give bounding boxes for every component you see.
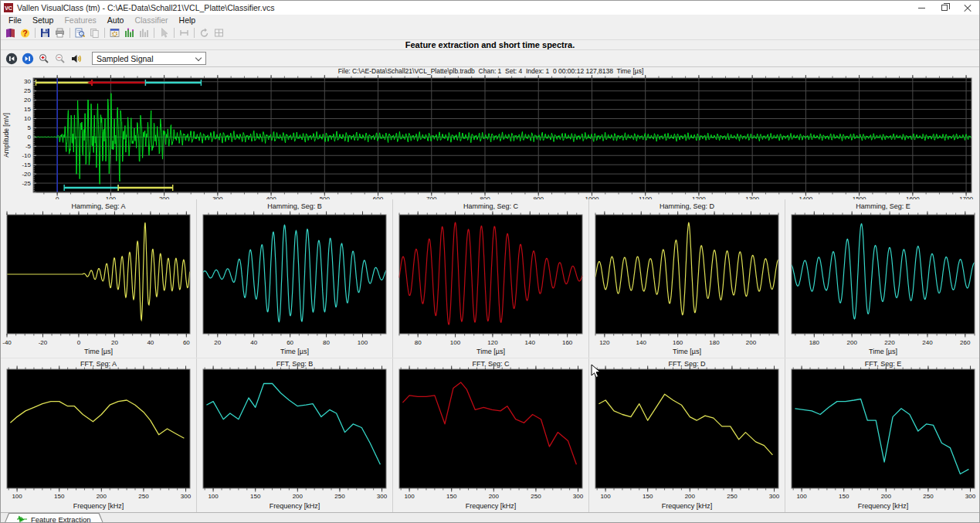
svg-text:20: 20 (214, 339, 221, 346)
chart-hamC[interactable]: Hamming, Seg: C80100120140160Time [µs] (393, 199, 588, 358)
svg-text:Frequency [kHz]: Frequency [kHz] (73, 502, 124, 510)
svg-text:FFT, Seg: D: FFT, Seg: D (668, 360, 706, 368)
svg-text:-10: -10 (22, 152, 31, 159)
svg-text:-40: -40 (2, 339, 12, 346)
zoom-in-icon (38, 53, 50, 65)
menu-setup[interactable]: Setup (27, 15, 59, 25)
svg-text:Hamming, Seg: D: Hamming, Seg: D (660, 202, 715, 210)
file-info-line: File: C:\AE-Data\Schall21\VCL_Platte\plb… (1, 67, 980, 75)
svg-text:-20: -20 (39, 339, 48, 346)
zoom-out-button[interactable] (53, 51, 67, 66)
chart-fftB[interactable]: FFT, Seg: B100150200250300Frequency [kHz… (197, 358, 392, 513)
svg-text:?: ? (22, 28, 27, 37)
panel-hamD: Hamming, Seg: D120140160180200Time [µs] (589, 199, 785, 358)
context-help-button[interactable]: ? (18, 26, 32, 39)
chevron-down-icon (195, 55, 202, 61)
menu-help[interactable]: Help (174, 15, 202, 25)
menu-file[interactable]: File (3, 15, 27, 25)
chart-fftE[interactable]: FFT, Seg: E100150200250300Frequency [kHz… (785, 358, 980, 513)
svg-text:100: 100 (600, 493, 611, 500)
options-window-button[interactable] (107, 26, 122, 39)
next-set-button[interactable] (20, 51, 35, 66)
skip-forward-icon (22, 53, 34, 65)
pick-arrow-button (157, 26, 171, 39)
toolbar: ? (1, 25, 979, 40)
pick-arrow-icon (158, 27, 170, 39)
svg-text:Time [µs]: Time [µs] (476, 348, 505, 355)
svg-text:80: 80 (415, 339, 422, 346)
measure-button (177, 26, 192, 39)
panel-hamA: Hamming, Seg: A-40-200204060Time [µs] (1, 199, 197, 358)
chart-main-waveform[interactable]: -25-20-15-10-5051015202530Amplitude [mV]… (1, 75, 980, 199)
svg-text:100: 100 (12, 493, 22, 500)
help-book-button[interactable] (3, 26, 18, 39)
svg-text:FFT, Seg: B: FFT, Seg: B (276, 360, 314, 368)
svg-text:Hamming, Seg: E: Hamming, Seg: E (856, 202, 910, 210)
svg-text:Time [µs]: Time [µs] (280, 348, 309, 355)
hamming-row: Hamming, Seg: A-40-200204060Time [µs]Ham… (1, 199, 980, 358)
close-icon (964, 4, 972, 12)
restore-button[interactable] (933, 1, 956, 15)
chart-hamD[interactable]: Hamming, Seg: D120140160180200Time [µs] (589, 199, 785, 358)
chart-fftC[interactable]: FFT, Seg: C100150200250300Frequency [kHz… (393, 358, 588, 513)
svg-text:150: 150 (643, 493, 653, 500)
svg-text:60: 60 (287, 339, 293, 346)
signal-select[interactable]: Sampled Signal (92, 52, 206, 65)
svg-text:260: 260 (960, 339, 971, 346)
close-button[interactable] (956, 1, 979, 15)
chart-fftA[interactable]: FFT, Seg: A100150200250300Frequency [kHz… (1, 358, 196, 513)
menu-features: Features (59, 15, 101, 25)
print-button[interactable] (53, 26, 67, 39)
layout-grid-button (212, 26, 226, 39)
svg-text:Frequency [kHz]: Frequency [kHz] (466, 502, 517, 510)
svg-text:250: 250 (531, 493, 541, 500)
zoom-in-button[interactable] (36, 51, 51, 66)
svg-text:Amplitude [mV]: Amplitude [mV] (2, 113, 10, 158)
svg-text:140: 140 (525, 339, 536, 346)
preview-search-icon (74, 27, 86, 39)
save-button[interactable] (38, 26, 53, 39)
audio-play-button[interactable] (69, 51, 83, 66)
menu-auto[interactable]: Auto (102, 15, 130, 25)
svg-text:20: 20 (111, 339, 118, 346)
signal-select-value: Sampled Signal (97, 54, 154, 63)
chart-hamB[interactable]: Hamming, Seg: B20406080100Time [µs] (197, 199, 392, 358)
chart-fftD[interactable]: FFT, Seg: D100150200250300Frequency [kHz… (589, 358, 785, 513)
svg-text:60: 60 (183, 339, 190, 346)
tab-label: Feature Extraction (31, 515, 91, 523)
banner: Feature extraction and short time spectr… (1, 40, 979, 50)
svg-text:240: 240 (922, 339, 933, 346)
tab-feature-extraction[interactable]: Feature Extraction (4, 513, 104, 523)
svg-text:150: 150 (446, 493, 457, 500)
svg-text:100: 100 (404, 493, 415, 500)
feature-off-icon (138, 27, 150, 39)
feature-extraction-icon (124, 27, 135, 39)
svg-text:30: 30 (24, 78, 31, 85)
svg-text:200: 200 (97, 493, 107, 500)
svg-text:220: 220 (884, 339, 895, 346)
svg-text:300: 300 (377, 493, 388, 500)
svg-text:10: 10 (24, 115, 31, 122)
svg-text:-20: -20 (22, 171, 31, 178)
svg-text:40: 40 (147, 339, 154, 346)
zoom-out-icon (54, 53, 66, 65)
print-icon (54, 27, 66, 39)
chart-hamA[interactable]: Hamming, Seg: A-40-200204060Time [µs] (1, 199, 196, 358)
svg-text:-5: -5 (25, 143, 32, 150)
window-controls (910, 1, 979, 15)
svg-text:0: 0 (77, 339, 81, 346)
chart-hamE[interactable]: Hamming, Seg: E180200220240260Time [µs] (785, 199, 980, 358)
previous-set-button[interactable] (4, 51, 19, 66)
layout-grid-icon (213, 27, 225, 39)
rotate-button (197, 26, 212, 39)
speaker-icon (70, 53, 83, 65)
minimize-button[interactable] (910, 1, 933, 15)
svg-text:Time [µs]: Time [µs] (869, 348, 897, 355)
feature-extraction-button[interactable] (122, 26, 137, 39)
svg-text:Hamming, Seg: C: Hamming, Seg: C (463, 202, 519, 210)
svg-text:200: 200 (489, 493, 500, 500)
preview-search-button[interactable] (73, 26, 87, 39)
svg-text:120: 120 (487, 339, 498, 346)
app-window: { "window": { "title": "Vallen VisualCla… (0, 0, 980, 523)
panel-fftE: FFT, Seg: E100150200250300Frequency [kHz… (785, 358, 980, 512)
